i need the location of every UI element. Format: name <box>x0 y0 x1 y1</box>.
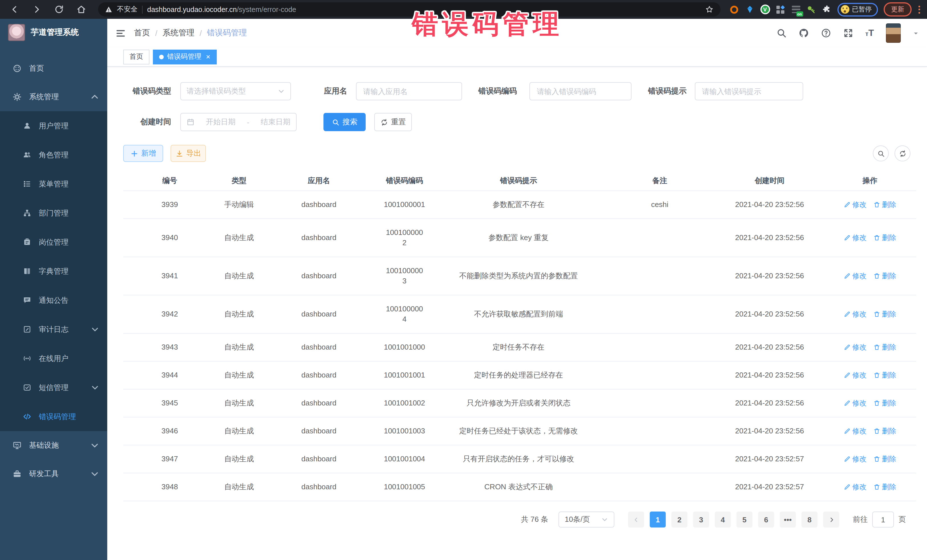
page-button[interactable]: 8 <box>801 511 818 528</box>
edit-link[interactable]: 修改 <box>844 342 866 352</box>
edit-link[interactable]: 修改 <box>844 271 866 281</box>
page-button[interactable]: 1 <box>650 511 666 528</box>
browser-menu-icon[interactable] <box>918 5 920 14</box>
extension-list-on-icon[interactable]: on <box>791 5 801 14</box>
delete-link[interactable]: 删除 <box>873 398 896 408</box>
delete-link[interactable]: 删除 <box>873 454 896 464</box>
fullscreen-icon[interactable] <box>843 28 853 38</box>
row-app: dashboard <box>262 473 376 501</box>
app-logo-row[interactable]: 芋道管理系统 <box>0 19 107 46</box>
row-actions: 修改删除 <box>824 262 916 290</box>
tool-icon <box>12 469 22 478</box>
browser-forward-icon[interactable] <box>32 5 42 14</box>
extensions-puzzle-icon[interactable] <box>822 5 831 14</box>
error-code-input[interactable] <box>529 82 632 100</box>
delete-link[interactable]: 删除 <box>873 271 896 281</box>
sidebar-item-monitor[interactable]: 基础设施 <box>0 431 107 460</box>
refresh-table-button[interactable] <box>895 146 910 161</box>
sidebar-item-dash[interactable]: 首页 <box>0 54 107 83</box>
page-size-select[interactable]: 10条/页 <box>558 511 614 528</box>
row-id: 3939 <box>123 191 216 219</box>
bookmark-star-icon[interactable] <box>705 5 713 14</box>
delete-link[interactable]: 删除 <box>873 342 896 352</box>
sidebar-item-list[interactable]: 菜单管理 <box>0 169 107 199</box>
url-divider <box>142 5 143 14</box>
error-tip-input[interactable] <box>694 82 803 100</box>
show-search-toggle-button[interactable] <box>873 146 889 161</box>
edit-link[interactable]: 修改 <box>844 454 866 464</box>
font-size-icon[interactable]: тT <box>865 29 874 38</box>
sidebar-item-log[interactable]: 审计日志 <box>0 315 107 344</box>
reset-button[interactable]: 重置 <box>374 113 412 131</box>
edit-link[interactable]: 修改 <box>844 200 866 210</box>
extension-grid-icon[interactable] <box>775 5 785 14</box>
address-bar[interactable]: 不安全 dashboard.yudao.iocoder.cn/system/er… <box>98 2 720 17</box>
delete-link[interactable]: 删除 <box>873 233 896 243</box>
sidebar-item-sms[interactable]: 短信管理 <box>0 373 107 402</box>
extension-orange-ring-icon[interactable] <box>729 5 739 14</box>
extension-green-v-icon[interactable]: V <box>760 5 770 14</box>
goto-suffix: 页 <box>898 514 906 525</box>
export-button[interactable]: 导出 <box>170 145 206 162</box>
delete-link[interactable]: 删除 <box>873 426 896 436</box>
magnifier-icon <box>877 150 884 157</box>
app-name-label: 应用名 <box>324 86 347 96</box>
search-button[interactable]: 搜索 <box>324 113 366 131</box>
sidebar-item-book[interactable]: 字典管理 <box>0 256 107 286</box>
delete-link-label: 删除 <box>882 398 896 408</box>
help-icon[interactable] <box>821 28 831 38</box>
browser-update-button[interactable]: 更新 <box>884 2 912 17</box>
delete-link[interactable]: 删除 <box>873 370 896 380</box>
next-page-button[interactable] <box>823 511 839 528</box>
delete-link[interactable]: 删除 <box>873 200 896 210</box>
avatar-caret-down-icon[interactable] <box>913 30 919 36</box>
sidebar-item-chat[interactable]: 通知公告 <box>0 286 107 315</box>
page-button[interactable]: 4 <box>715 511 731 528</box>
sidebar-item-online[interactable]: 在线用户 <box>0 344 107 373</box>
delete-link[interactable]: 删除 <box>873 482 896 492</box>
tab-close-icon[interactable]: × <box>206 53 210 61</box>
sidebar-item-code[interactable]: 错误码管理 <box>0 402 107 431</box>
app-name-input[interactable] <box>356 82 462 100</box>
breadcrumb-item[interactable]: 系统管理 <box>163 28 195 38</box>
goto-page-input[interactable] <box>872 511 894 528</box>
edit-link-label: 修改 <box>852 370 866 380</box>
edit-link[interactable]: 修改 <box>844 398 866 408</box>
github-icon[interactable] <box>799 28 809 38</box>
extension-key-icon[interactable] <box>806 5 816 14</box>
sidebar-item-tool[interactable]: 研发工具 <box>0 460 107 488</box>
tab-error-code[interactable]: 错误码管理× <box>153 49 216 64</box>
edit-link[interactable]: 修改 <box>844 426 866 436</box>
edit-link[interactable]: 修改 <box>844 309 866 319</box>
sidebar-item-badge[interactable]: 岗位管理 <box>0 228 107 256</box>
delete-link[interactable]: 删除 <box>873 309 896 319</box>
extension-blue-gem-icon[interactable] <box>745 5 754 14</box>
breadcrumb-item[interactable]: 首页 <box>134 28 150 38</box>
user-avatar[interactable] <box>886 23 901 43</box>
sidebar-item-users[interactable]: 角色管理 <box>0 140 107 169</box>
page-button[interactable]: 5 <box>737 511 752 528</box>
add-button[interactable]: 新增 <box>123 145 163 162</box>
header-search-icon[interactable] <box>777 28 787 38</box>
edit-link[interactable]: 修改 <box>844 482 866 492</box>
edit-pencil-icon <box>844 456 851 463</box>
sidebar-item-user[interactable]: 用户管理 <box>0 111 107 140</box>
error-type-select[interactable]: 请选择错误码类型 <box>180 82 291 100</box>
page-button[interactable]: 2 <box>672 511 687 528</box>
prev-page-button[interactable] <box>628 511 644 528</box>
page-button[interactable]: 3 <box>693 511 709 528</box>
edit-link[interactable]: 修改 <box>844 370 866 380</box>
browser-reload-icon[interactable] <box>54 5 64 14</box>
row-error-code: 1001000003 <box>376 257 433 295</box>
browser-back-icon[interactable] <box>10 5 20 14</box>
page-button[interactable]: 6 <box>758 511 774 528</box>
browser-home-icon[interactable] <box>76 5 86 14</box>
pager-more[interactable]: ••• <box>780 511 796 528</box>
sidebar-item-tree[interactable]: 部门管理 <box>0 199 107 228</box>
date-range-picker[interactable]: 开始日期 - 结束日期 <box>180 113 296 131</box>
sidebar-item-gear[interactable]: 系统管理 <box>0 83 107 111</box>
profile-paused-chip[interactable]: 已暂停 <box>837 3 878 16</box>
edit-link[interactable]: 修改 <box>844 233 866 243</box>
hamburger-icon[interactable] <box>115 28 126 38</box>
tab-home[interactable]: 首页 <box>123 49 149 64</box>
